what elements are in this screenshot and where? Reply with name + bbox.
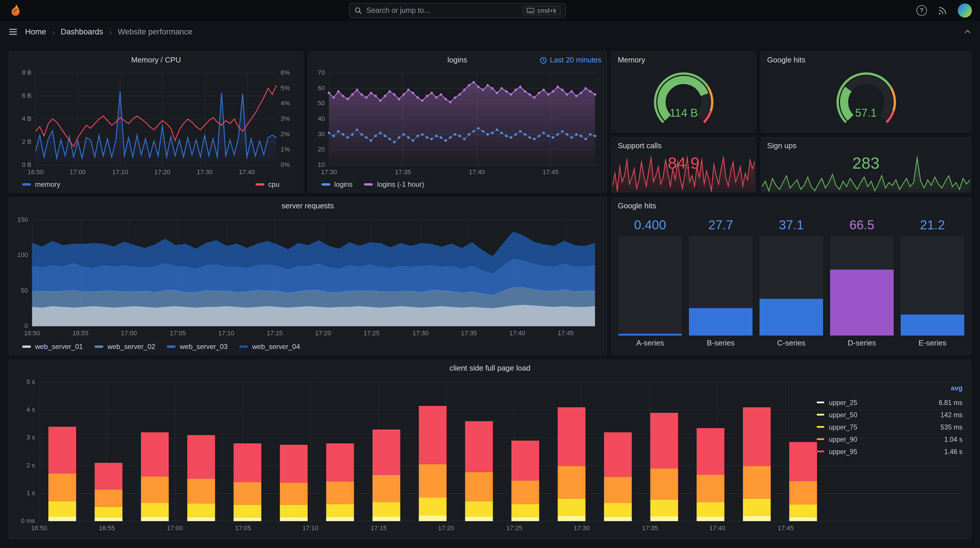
bar-gauge-label: C-series [759,336,824,351]
nav-right-actions: ? [916,3,972,18]
panel-title-support-calls[interactable]: Support calls [612,138,756,154]
legend-row-upper_50[interactable]: upper_50142 ms [817,408,963,421]
legend-logins: loginslogins (-1 hour) [309,178,606,191]
legend-series-name: upper_90 [829,436,857,443]
breadcrumb-home[interactable]: Home [25,27,46,36]
legend-label: logins (-1 hour) [377,180,424,188]
legend-memory-cpu: memorycpu [10,178,303,191]
legend-item-cpu[interactable]: cpu [255,180,279,188]
bar-gauge-track [900,236,964,336]
panel-title-sign-ups[interactable]: Sign ups [761,138,970,154]
legend-swatch [255,183,264,186]
legend-avg-value: 6.81 ms [939,399,963,406]
memory-cpu-chart[interactable] [12,68,300,178]
bar-gauge-value: 66.5 [829,217,894,235]
legend-row-upper_75[interactable]: upper_75535 ms [817,421,963,433]
panel-title-google-hits-gauge[interactable]: Google hits [761,52,970,68]
bar-gauge-track [759,236,823,336]
legend-avg-value: 535 ms [940,424,963,430]
legend-swatch [321,183,330,186]
panel-title-memory-gauge[interactable]: Memory [612,52,756,68]
legend-label: web_server_04 [252,342,300,351]
server-requests-chart[interactable] [12,214,603,340]
panel-title-page-load[interactable]: client side full page load [10,360,970,376]
google-hits-gauge-value: 57.1 [761,107,970,119]
legend-label: web_server_03 [180,342,228,351]
legend-series-name: upper_95 [829,448,857,455]
legend-row-upper_90[interactable]: upper_901.04 s [817,433,963,445]
breadcrumb-current-page: Website performance [118,27,192,36]
panel-sign-ups: Sign ups 283 [760,137,971,193]
gauge-arc [819,68,913,129]
panel-logins: logins Last 20 minutes loginslogins (-1 … [308,51,607,193]
legend-swatch [22,183,31,186]
news-rss-icon[interactable] [937,6,947,16]
legend-swatch [22,346,31,348]
panel-title-server-requests[interactable]: server requests [10,198,606,214]
legend-table-header-avg: avg [817,385,963,396]
bar-gauge-cell-D-series: 66.5D-series [829,217,894,351]
bar-gauge-cell-B-series: 27.7B-series [688,217,753,351]
legend-row-upper_25[interactable]: upper_256.81 ms [817,396,963,408]
grafana-dashboard: Search or jump to... cmd+k ? Hom [0,0,980,548]
google-hits-bar-gauge: 0.400A-series27.7B-series37.1C-series66.… [618,217,965,351]
legend-row-upper_95[interactable]: upper_951.46 s [817,445,963,457]
bar-gauge-track [689,236,752,336]
bar-gauge-label: D-series [829,336,894,351]
keyboard-shortcut-chip: cmd+k [523,6,561,15]
chevron-up-icon [963,27,972,36]
breadcrumb-bar: Home › Dashboards › Website performance [0,21,980,43]
bar-gauge-fill [900,315,964,336]
breadcrumb-dashboards[interactable]: Dashboards [60,27,103,36]
legend-series-name: upper_25 [829,399,857,406]
panel-time-range-override[interactable]: Last 20 minutes [539,56,602,64]
bar-gauge-value: 0.400 [618,217,682,235]
legend-swatch [817,414,824,416]
user-avatar[interactable] [958,3,972,18]
bar-gauge-fill [618,334,682,336]
legend-label: memory [35,180,60,188]
legend-item-web_server_04[interactable]: web_server_04 [239,342,300,351]
bar-gauge-cell-A-series: 0.400A-series [618,217,682,351]
legend-swatch [239,346,248,348]
legend-avg-value: 142 ms [940,411,963,418]
collapse-chevron-up-icon[interactable] [962,26,973,37]
google-hits-gauge: 57.1 [761,68,970,132]
keyboard-icon [527,8,535,13]
panel-page-load: client side full page load avgupper_256.… [9,360,971,539]
legend-item-web_server_03[interactable]: web_server_03 [167,342,228,351]
chevron-right-icon: › [109,28,112,35]
clock-icon [539,56,547,64]
legend-item-logins[interactable]: logins [321,180,353,188]
legend-avg-value: 1.04 s [944,436,963,443]
legend-swatch [817,426,824,428]
legend-item-web_server_02[interactable]: web_server_02 [94,342,155,351]
menu-toggle-icon[interactable] [7,25,19,38]
time-range-label: Last 20 minutes [550,56,602,64]
breadcrumb: Home › Dashboards › Website performance [25,27,192,36]
grafana-flame-icon [9,3,22,18]
panel-support-calls: Support calls 84.9 [611,137,756,193]
gauge-arc [637,68,730,129]
legend-item-memory[interactable]: memory [22,180,60,188]
bar-gauge-label: E-series [900,336,965,351]
legend-avg-value: 1.46 s [944,448,963,455]
help-icon[interactable]: ? [916,5,927,16]
grafana-logo[interactable] [8,3,22,18]
legend-label: web_server_02 [107,342,155,351]
legend-item-logins (-1 hour)[interactable]: logins (-1 hour) [364,180,424,188]
search-input[interactable]: Search or jump to... cmd+k [349,3,566,18]
bar-gauge-fill [759,299,823,336]
bar-gauge-fill [689,308,752,336]
page-load-legend-table: avgupper_256.81 msupper_50142 msupper_75… [817,385,963,457]
top-nav: Search or jump to... cmd+k ? [0,0,980,21]
panel-title-memory-cpu[interactable]: Memory / CPU [10,52,303,68]
legend-swatch [817,438,824,440]
bar-gauge-value: 27.7 [688,217,753,235]
panel-server-requests: server requests web_server_01web_server_… [9,197,607,355]
legend-item-web_server_01[interactable]: web_server_01 [22,342,83,351]
legend-server-requests: web_server_01web_server_02web_server_03w… [10,340,606,353]
hamburger-icon [8,27,18,37]
panel-title-google-hits-bars[interactable]: Google hits [612,198,970,214]
logins-chart[interactable] [312,68,603,178]
